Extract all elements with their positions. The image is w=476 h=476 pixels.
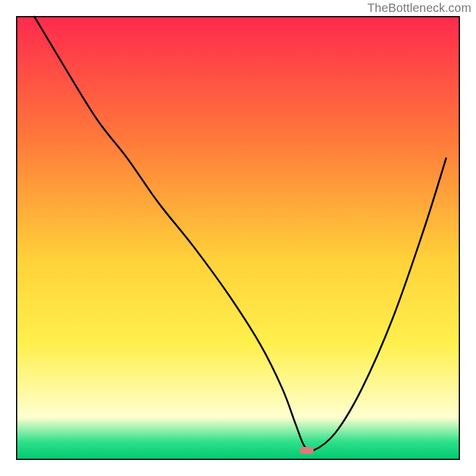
bottleneck-chart: TheBottleneck.com: [0, 0, 476, 476]
watermark-text: TheBottleneck.com: [367, 1, 471, 15]
plot-background: [17, 17, 459, 459]
optimal-marker: [299, 447, 314, 454]
chart-canvas: [0, 0, 476, 476]
